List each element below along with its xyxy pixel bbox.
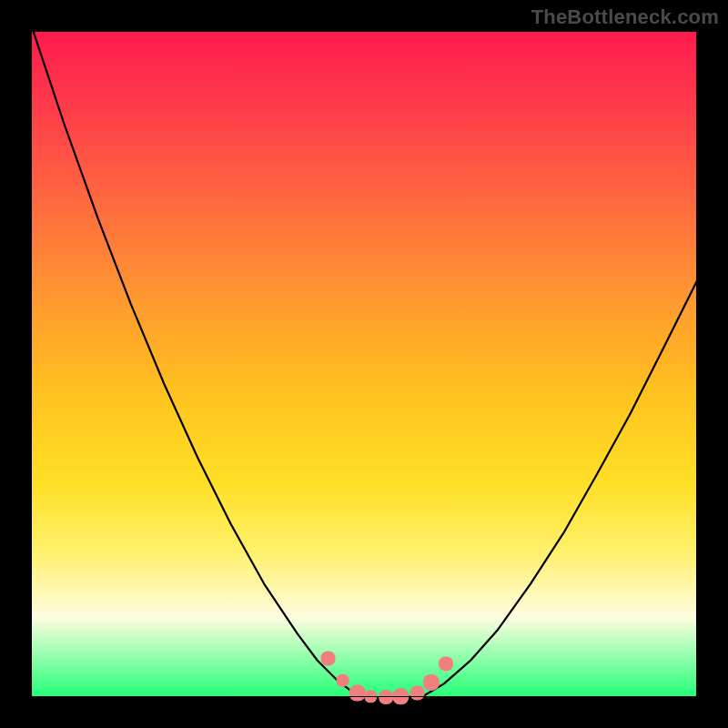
curve-marker	[364, 690, 377, 703]
curve-marker	[410, 686, 425, 701]
curve-marker	[321, 652, 336, 666]
watermark-label: TheBottleneck.com	[531, 5, 719, 29]
curve-marker	[337, 674, 349, 687]
marker-container	[321, 652, 454, 705]
curve-marker	[392, 688, 409, 704]
plot-area	[31, 31, 697, 697]
chart-svg	[31, 31, 697, 697]
bottleneck-curve	[31, 25, 358, 696]
curve-container	[31, 25, 697, 697]
curve-marker	[379, 690, 393, 704]
chart-frame: TheBottleneck.com	[0, 0, 728, 728]
curve-marker	[423, 674, 440, 691]
curve-marker	[439, 656, 453, 671]
bottleneck-curve	[424, 281, 697, 696]
curve-marker	[349, 685, 366, 702]
